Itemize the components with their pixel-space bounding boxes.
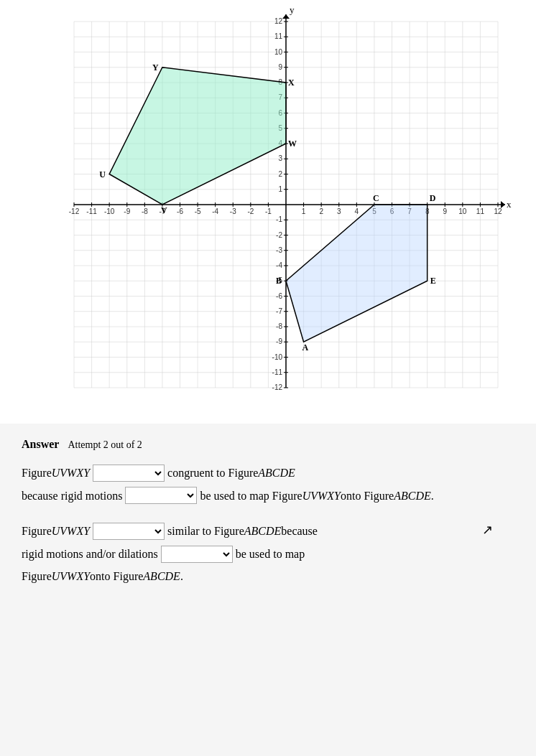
- figure-abcde-2: ABCDE: [394, 487, 431, 505]
- answer-word: Answer: [22, 438, 59, 450]
- similarity-block: Figure UVWXY is is not similar to Figure…: [22, 522, 514, 586]
- similarity-row3: Figure UVWXY onto Figure ABCDE .: [22, 567, 514, 586]
- similarity-dropdown1[interactable]: is is not: [93, 523, 165, 540]
- graph-container: [17, 7, 519, 409]
- figure-abcde-4: ABCDE: [143, 567, 180, 586]
- figure-uvwxy-2: UVWXY: [302, 487, 341, 505]
- congruence-block: Figure UVWXY is is not congruent to Figu…: [22, 464, 514, 505]
- similarity-row1: Figure UVWXY is is not similar to Figure…: [22, 522, 514, 541]
- attempt-text: Attempt 2 out of 2: [68, 439, 142, 450]
- answer-section: Answer Attempt 2 out of 2 Figure UVWXY i…: [0, 424, 536, 756]
- similar-text: similar to Figure: [167, 522, 244, 541]
- congruence-dropdown2[interactable]: can cannot: [125, 487, 197, 504]
- congruence-dropdown1[interactable]: is is not: [93, 465, 165, 482]
- coordinate-plane: [17, 7, 519, 409]
- figure-abcde-3: ABCDE: [244, 522, 282, 541]
- similarity-dropdown2[interactable]: can cannot: [161, 546, 233, 563]
- congruence-row1: Figure UVWXY is is not congruent to Figu…: [22, 464, 514, 482]
- onto-text2: onto Figure: [90, 567, 143, 586]
- answer-label: Answer Attempt 2 out of 2: [22, 438, 514, 451]
- be-used-text2: be used to map: [236, 545, 305, 564]
- figure-uvwxy-3: UVWXY: [52, 522, 90, 541]
- text-figure2: Figure: [22, 522, 52, 541]
- text-figure: Figure: [22, 464, 52, 482]
- onto-text: onto Figure: [341, 487, 394, 505]
- be-used-text: be used to map Figure: [200, 487, 302, 505]
- period1: .: [431, 487, 434, 505]
- congruent-text: congruent to Figure: [167, 464, 258, 482]
- cursor-arrow-icon: ↗: [482, 522, 493, 538]
- congruence-row2: because rigid motions can cannot be used…: [22, 487, 514, 505]
- because-rigid-text: because rigid motions: [22, 487, 122, 505]
- because-text2: because: [281, 522, 318, 541]
- period2: .: [180, 567, 183, 586]
- similarity-row2: rigid motions and/or dilations can canno…: [22, 545, 514, 564]
- figure-uvwxy-1: UVWXY: [52, 464, 90, 482]
- figure-uvwxy-4: UVWXY: [52, 567, 90, 586]
- rigid-dilations-text: rigid motions and/or dilations: [22, 545, 158, 564]
- graph-section: [0, 0, 536, 424]
- figure-text3: Figure: [22, 567, 52, 586]
- figure-abcde-1: ABCDE: [258, 464, 295, 482]
